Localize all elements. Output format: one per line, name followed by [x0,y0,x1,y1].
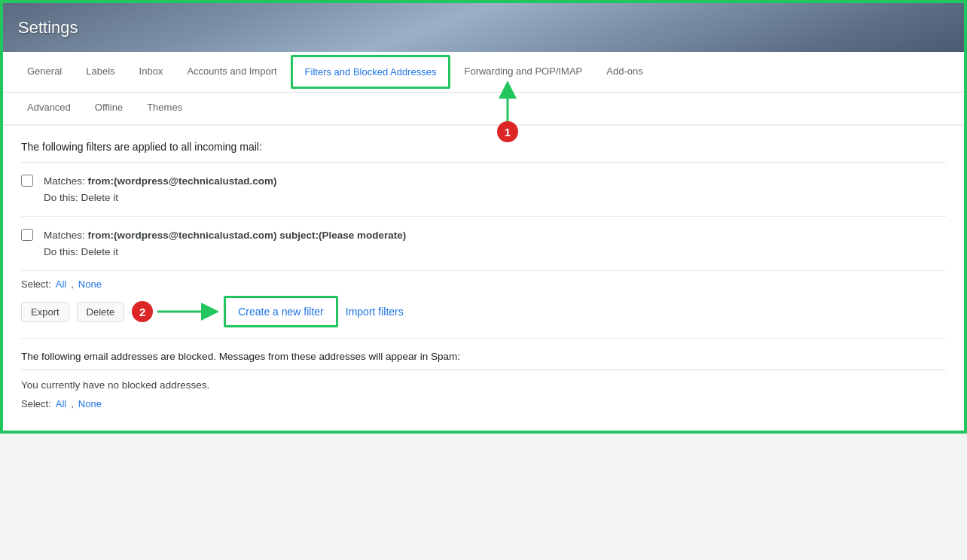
filter-actions: Select: All, None Export Delete 2 [21,271,946,339]
tab-accounts-import[interactable]: Accounts and Import [175,56,288,88]
select-all-link[interactable]: All [56,278,66,290]
filter-checkbox-2[interactable] [21,229,33,241]
export-button[interactable]: Export [21,302,69,322]
nav-tabs-row1: General Labels Inbox Accounts and Import… [3,52,964,93]
blocked-section-title: The following email addresses are blocke… [21,351,946,362]
filter-text-1: Matches: from:(wordpress@technicalustad.… [44,173,277,205]
tab-labels[interactable]: Labels [74,56,127,88]
tab-addons[interactable]: Add-ons [594,56,654,88]
btn-row: Export Delete 2 [21,296,946,327]
blocked-select-all-link[interactable]: All [56,398,66,409]
page-title: Settings [18,18,78,38]
tab-general[interactable]: General [15,56,74,88]
filter-action-value-2: Delete it [81,246,119,257]
filter-checkbox-1[interactable] [21,175,33,187]
blocked-select-label: Select: [21,398,51,409]
filters-section-title: The following filters are applied to all… [21,141,946,153]
filter-action-value-1: Delete it [81,192,119,203]
select-none-link[interactable]: None [78,278,102,290]
select-label: Select: [21,278,51,290]
filter-matches-label-2: Matches: [44,230,88,241]
settings-header: Settings [3,3,964,52]
tab-filters-blocked[interactable]: Filters and Blocked Addresses [291,55,451,89]
tab-themes[interactable]: Themes [135,93,194,124]
tab-inbox[interactable]: Inbox [127,56,175,88]
filter-action-label-2: Do this: [44,246,81,257]
create-filter-link[interactable]: Create a new filter [224,296,338,327]
blocked-select-none-link[interactable]: None [78,398,102,409]
annotation-badge-2: 2 [132,301,153,322]
filter-item-2: Matches: from:(wordpress@technicalustad.… [21,217,946,271]
main-content: The following filters are applied to all… [3,126,964,431]
no-blocked-msg: You currently have no blocked addresses. [21,379,946,391]
filter-matches-value-1: from:(wordpress@technicalustad.com) [88,175,277,187]
delete-button[interactable]: Delete [77,302,125,322]
nav-tabs-row2: Advanced Offline Themes [3,93,964,126]
filter-matches-value-2: from:(wordpress@technicalustad.com) subj… [88,230,407,241]
import-filter-link[interactable]: Import filters [346,306,404,318]
select-row: Select: All, None [21,278,946,290]
tab-offline[interactable]: Offline [83,93,135,124]
tab-forwarding-pop[interactable]: Forwarding and POP/IMAP [452,56,594,88]
filter-action-label-1: Do this: [44,192,81,203]
filter-text-2: Matches: from:(wordpress@technicalustad.… [44,227,406,260]
filter-matches-label-1: Matches: [44,175,88,187]
tab-advanced[interactable]: Advanced [15,93,83,124]
blocked-select-row: Select: All, None [21,398,946,409]
filter-item-1: Matches: from:(wordpress@technicalustad.… [21,163,946,217]
